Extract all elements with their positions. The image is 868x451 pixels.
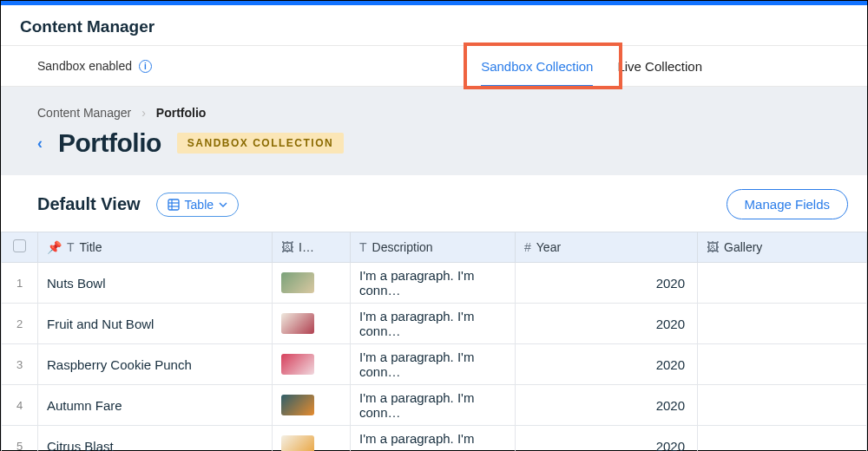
view-type-selector[interactable]: Table [156,193,239,217]
cell-year[interactable]: 2020 [516,304,698,344]
image-icon: 🖼 [281,240,293,254]
svg-rect-0 [168,199,179,210]
back-button[interactable]: ‹ [37,134,43,153]
view-name: Default View [37,194,141,214]
view-toolbar: Default View Table Manage Fields [1,175,867,232]
col-image: 🖼I… [273,232,351,263]
collection-mode-badge: SANDBOX COLLECTION [177,133,344,154]
col-gallery: 🖼Gallery [698,232,867,263]
breadcrumb-current: Portfolio [156,106,207,120]
tab-sandbox-collection[interactable]: Sandbox Collection [481,46,593,86]
cell-gallery[interactable] [698,344,867,385]
checkbox-icon[interactable] [13,239,26,252]
cell-image[interactable] [273,263,351,304]
cell-gallery[interactable] [698,304,867,344]
thumbnail-image [281,313,314,334]
row-number: 5 [2,426,38,452]
cell-year[interactable]: 2020 [516,263,698,304]
chevron-right-icon: › [141,106,146,120]
cell-description[interactable]: I'm a paragraph. I'm conn… [351,304,516,344]
cell-title[interactable]: Nuts Bowl [38,263,273,304]
pin-icon: 📌 [47,240,62,254]
table-row[interactable]: 5Citrus BlastI'm a paragraph. I'm conn…2… [2,426,867,452]
cell-image[interactable] [273,344,351,385]
thumbnail-image [281,395,314,415]
table-icon [168,199,180,211]
page-title: Portfolio [58,128,161,158]
cell-year[interactable]: 2020 [516,344,698,385]
cell-image[interactable] [273,385,351,426]
data-table: 📌TTitle 🖼I… TDescription #Year 🖼Gallery … [1,232,867,451]
table-row[interactable]: 1Nuts BowlI'm a paragraph. I'm conn…2020 [2,263,867,304]
col-year: #Year [516,232,698,263]
col-title: 📌TTitle [38,232,273,263]
thumbnail-image [281,272,314,293]
row-number: 4 [2,385,38,426]
cell-description[interactable]: I'm a paragraph. I'm conn… [351,385,516,426]
info-icon[interactable]: i [139,60,152,73]
text-icon: T [67,240,75,254]
cell-year[interactable]: 2020 [516,385,698,426]
cell-image[interactable] [273,426,351,452]
thumbnail-image [281,354,314,375]
cell-description[interactable]: I'm a paragraph. I'm conn… [351,263,516,304]
app-title: Content Manager [1,5,867,45]
cell-description[interactable]: I'm a paragraph. I'm conn… [351,344,516,385]
number-icon: # [524,240,531,254]
sandbox-enabled-label: Sandbox enabled [37,59,132,73]
cell-description[interactable]: I'm a paragraph. I'm conn… [351,426,516,452]
breadcrumb-root[interactable]: Content Manager [37,106,131,120]
breadcrumb: Content Manager › Portfolio [37,106,831,120]
cell-gallery[interactable] [698,385,867,426]
thumbnail-image [281,435,314,451]
cell-title[interactable]: Fruit and Nut Bowl [38,304,273,344]
cell-image[interactable] [273,304,351,344]
row-number: 2 [2,304,38,344]
tab-live-collection[interactable]: Live Collection [617,46,702,86]
cell-title[interactable]: Raspberry Cookie Punch [38,344,273,385]
cell-gallery[interactable] [698,263,867,304]
manage-fields-button[interactable]: Manage Fields [727,189,848,219]
select-all-header[interactable] [2,232,38,263]
subheader-bar: Sandbox enabled i Sandbox Collection Liv… [1,45,867,87]
breadcrumb-area: Content Manager › Portfolio ‹ Portfolio … [1,87,867,175]
table-row[interactable]: 3Raspberry Cookie PunchI'm a paragraph. … [2,344,867,385]
cell-title[interactable]: Autumn Fare [38,385,273,426]
text-icon: T [359,240,367,254]
row-number: 3 [2,344,38,385]
cell-year[interactable]: 2020 [516,426,698,452]
table-row[interactable]: 4Autumn FareI'm a paragraph. I'm conn…20… [2,385,867,426]
row-number: 1 [2,263,38,304]
cell-title[interactable]: Citrus Blast [38,426,273,452]
col-description: TDescription [351,232,516,263]
chevron-down-icon [219,200,227,209]
table-row[interactable]: 2Fruit and Nut BowlI'm a paragraph. I'm … [2,304,867,344]
gallery-icon: 🖼 [707,240,719,254]
cell-gallery[interactable] [698,426,867,452]
